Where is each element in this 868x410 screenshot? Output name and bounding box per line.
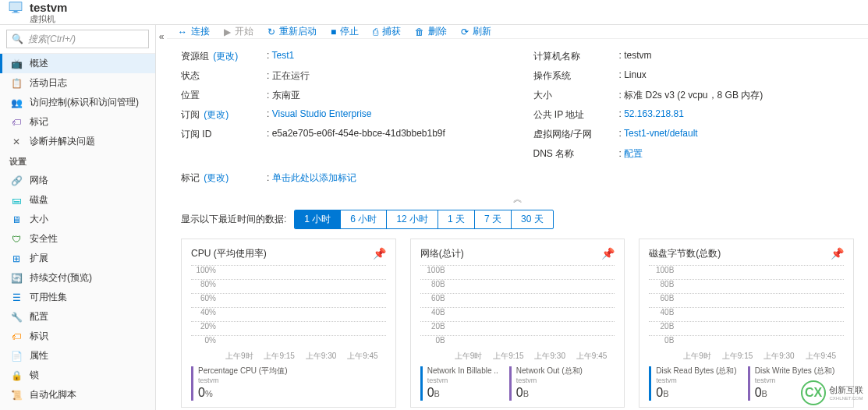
nav-icon: 🔗 (9, 175, 23, 186)
svg-rect-3 (12, 12, 19, 13)
chart-grid: 100%80%60%40%20%0% (191, 265, 386, 349)
nav-icon: 📄 (9, 351, 23, 362)
start-button[interactable]: ▶开始 (224, 25, 253, 38)
search-input[interactable]: 🔍 搜索(Ctrl+/) (6, 30, 149, 48)
nav-icon: 🏷 (9, 117, 23, 128)
connect-icon: ↔ (178, 27, 187, 37)
stop-button[interactable]: ■停止 (331, 25, 359, 38)
chart-title: CPU (平均使用率) (191, 247, 267, 260)
nav-icon: 📋 (9, 78, 23, 89)
nav-icon: 👥 (9, 97, 23, 108)
nav-section-settings: 设置 (0, 151, 155, 171)
chart-title: 网络(总计) (420, 247, 464, 260)
nav-setting-11[interactable]: 📜自动化脚本 (0, 385, 155, 405)
nav-icon: 📜 (9, 390, 23, 401)
time-tab-5[interactable]: 30 天 (512, 210, 553, 228)
nav-item-1[interactable]: 📋活动日志 (0, 73, 155, 93)
sub-link[interactable]: Visual Studio Enterprise (272, 108, 372, 119)
chart-legend: Percentage CPU (平均值)testvm0% (191, 366, 386, 401)
nav-setting-7[interactable]: 🔧配置 (0, 307, 155, 327)
nav-setting-4[interactable]: ⊞扩展 (0, 249, 155, 268)
chart-xaxis: 上午9时上午9:15上午9:30上午9:45 (420, 351, 615, 362)
chart-card-0: CPU (平均使用率)📌100%80%60%40%20%0%上午9时上午9:15… (181, 239, 396, 408)
props-collapse-button[interactable]: ︽ (167, 193, 868, 203)
sidebar-collapse-button[interactable]: « (156, 25, 167, 410)
time-tab-1[interactable]: 6 小时 (341, 210, 387, 228)
nav-item-2[interactable]: 👥访问控制(标识和访问管理) (0, 93, 155, 112)
ip-link[interactable]: 52.163.218.81 (624, 108, 684, 119)
chart-grid: 100B80B60B40B20B0B (649, 265, 844, 349)
os-value: : Linux (619, 69, 647, 83)
sub-change-link[interactable]: (更改) (204, 109, 229, 120)
nav-icon: 🔧 (9, 312, 23, 323)
nav-item-4[interactable]: ✕诊断并解决问题 (0, 132, 155, 151)
dns-link[interactable]: 配置 (624, 148, 643, 159)
nav-label: 安全性 (30, 232, 58, 246)
vnet-link[interactable]: Test1-vnet/default (624, 128, 698, 139)
nav-setting-9[interactable]: 📄属性 (0, 346, 155, 366)
restart-button[interactable]: ↻重新启动 (267, 25, 317, 38)
rg-link[interactable]: Test1 (271, 50, 294, 61)
nav-icon: ☰ (9, 292, 23, 303)
nav-setting-8[interactable]: 🏷标识 (0, 327, 155, 346)
stop-icon: ■ (331, 27, 336, 37)
svg-rect-1 (10, 2, 22, 10)
nav-label: 持续交付(预览) (30, 271, 92, 285)
nav-label: 锁 (30, 369, 39, 382)
nav-label: 访问控制(标识和访问管理) (30, 96, 139, 109)
pin-icon[interactable]: 📌 (601, 247, 615, 260)
tags-add-link[interactable]: 单击此处以添加标记 (272, 172, 356, 183)
search-placeholder: 搜索(Ctrl+/) (28, 33, 76, 46)
capture-button[interactable]: ⎙捕获 (373, 25, 401, 38)
connect-button[interactable]: ↔连接 (178, 25, 210, 38)
delete-button[interactable]: 🗑删除 (415, 25, 447, 38)
time-tab-3[interactable]: 1 天 (438, 210, 475, 228)
chart-card-1: 网络(总计)📌100B80B60B40B20B0B上午9时上午9:15上午9:3… (410, 239, 625, 408)
time-tab-2[interactable]: 12 小时 (387, 210, 438, 228)
nav-item-0[interactable]: 📺概述 (0, 54, 155, 73)
rg-change-link[interactable]: (更改) (213, 51, 238, 62)
restart-icon: ↻ (267, 27, 275, 37)
page-title: testvm (30, 1, 67, 14)
nav-icon: 🔄 (9, 273, 23, 284)
nav-icon: 🛡 (9, 234, 23, 245)
nav-icon: 🏷 (9, 331, 23, 342)
vm-icon (8, 0, 23, 15)
time-tab-4[interactable]: 7 天 (475, 210, 512, 228)
svg-rect-2 (14, 11, 18, 12)
brand-logo-icon: CX (801, 380, 826, 405)
nav-label: 活动日志 (30, 76, 67, 90)
time-label: 显示以下最近时间的数据: (181, 213, 286, 226)
refresh-button[interactable]: ⟳刷新 (461, 25, 491, 38)
nav-icon: 🖥 (9, 214, 23, 225)
nav-label: 可用性集 (30, 291, 67, 304)
pin-icon[interactable]: 📌 (831, 247, 844, 260)
state-value: : 正在运行 (267, 69, 310, 83)
tags-change-link[interactable]: (更改) (204, 172, 229, 183)
nav-setting-10[interactable]: 🔒锁 (0, 366, 155, 385)
subid-value: : e5a2e705-e06f-454e-bbce-41d3bbeb1b9f (267, 128, 445, 141)
refresh-icon: ⟳ (461, 27, 469, 37)
page-subtitle: 虚拟机 (30, 13, 67, 25)
chart-legend: Network In Billable ..testvm0BNetwork Ou… (420, 366, 615, 401)
nav-setting-3[interactable]: 🛡安全性 (0, 229, 155, 249)
chart-grid: 100B80B60B40B20B0B (420, 265, 615, 349)
chart-xaxis: 上午9时上午9:15上午9:30上午9:45 (649, 351, 844, 362)
nav-setting-2[interactable]: 🖥大小 (0, 210, 155, 229)
nav-label: 大小 (30, 213, 48, 226)
nav-setting-0[interactable]: 🔗网络 (0, 171, 155, 190)
nav-icon: ⊞ (9, 253, 23, 264)
nav-item-3[interactable]: 🏷标记 (0, 112, 155, 132)
nav-label: 磁盘 (30, 193, 48, 207)
size-value: : 标准 D2s v3 (2 vcpu，8 GB 内存) (619, 89, 763, 102)
nav-setting-5[interactable]: 🔄持续交付(预览) (0, 268, 155, 288)
nav-setting-6[interactable]: ☰可用性集 (0, 288, 155, 307)
search-icon: 🔍 (12, 34, 23, 44)
nav-label: 扩展 (30, 252, 48, 265)
nav-label: 自动化脚本 (30, 388, 76, 401)
pin-icon[interactable]: 📌 (373, 247, 386, 260)
nav-setting-1[interactable]: 🖴磁盘 (0, 190, 155, 210)
nav-label: 配置 (30, 310, 48, 323)
time-tab-0[interactable]: 1 小时 (295, 210, 341, 228)
location-value: : 东南亚 (267, 89, 300, 102)
